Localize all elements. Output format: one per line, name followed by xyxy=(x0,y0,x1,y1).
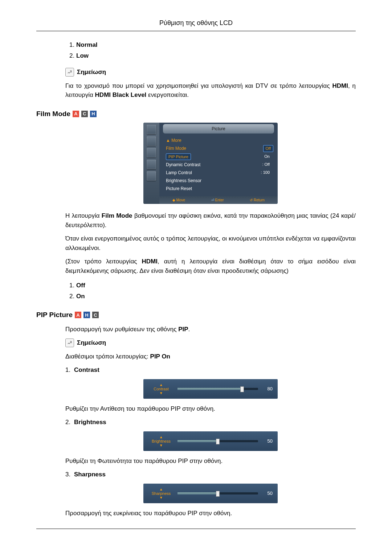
slider-contrast[interactable]: ▲Contrast▼80 xyxy=(143,379,278,399)
slider-track[interactable] xyxy=(177,440,258,442)
osd-side-icon xyxy=(147,160,156,169)
hdmi-note-text: Για το χρονισμό που μπορεί να χρησιμοποι… xyxy=(65,81,356,100)
badge-h-icon: H xyxy=(83,312,90,318)
osd-title: Picture xyxy=(163,124,274,134)
pip-item-name: Sharpness xyxy=(74,471,106,478)
note-icon xyxy=(65,338,74,347)
pip-picture-heading: PIP Picture A H C xyxy=(36,310,356,320)
osd-item-lamp-control[interactable]: Lamp Control : 100 xyxy=(166,169,273,177)
osd-item-film-mode[interactable]: Film Mode Off xyxy=(166,144,273,153)
page-bottom-rule xyxy=(36,529,356,529)
film-mode-desc-3: (Στον τρόπο λειτουργίας HDMI, αυτή η λει… xyxy=(65,257,356,275)
arrow-down-icon: ▼ xyxy=(159,443,163,447)
film-mode-on: On xyxy=(76,293,85,300)
hdmi-level-list: Normal Low xyxy=(65,40,356,60)
pip-modes: Διαθέσιμοι τρόποι λειτουργίας: PIP On xyxy=(65,352,356,361)
slider-thumb[interactable] xyxy=(240,386,244,392)
note-label: Σημείωση xyxy=(77,338,106,348)
osd-side-icon xyxy=(147,171,156,181)
slider-label: Contrast xyxy=(154,387,169,391)
pip-intro: Προσαρμογή των ρυθμίσεων της οθόνης PIP. xyxy=(65,325,356,334)
badge-c-icon: C xyxy=(81,111,88,117)
osd-item-pip-picture[interactable]: PIP Picture On xyxy=(166,153,273,161)
slider-thumb[interactable] xyxy=(216,439,220,444)
osd-side-icons xyxy=(143,123,159,204)
slider-label: Sharpness xyxy=(152,491,171,496)
slider-label: Brightness xyxy=(152,439,171,443)
osd-footer: ◆ Move ⏎ Enter ↺ Return xyxy=(159,196,278,204)
page-top-rule xyxy=(36,31,356,31)
film-mode-list: Off On xyxy=(65,281,356,301)
slider-sharpness[interactable]: ▲Sharpness▼50 xyxy=(143,484,278,503)
slider-value: 50 xyxy=(262,438,273,445)
pip-item-name: Contrast xyxy=(74,366,99,373)
badge-h-icon: H xyxy=(90,111,97,117)
arrow-up-icon: ▲ xyxy=(159,487,163,491)
note-label: Σημείωση xyxy=(77,67,106,77)
slider-brightness[interactable]: ▲Brightness▼50 xyxy=(143,431,278,451)
osd-side-icon xyxy=(147,125,156,134)
film-mode-off: Off xyxy=(76,282,85,289)
hdmi-level-normal: Normal xyxy=(76,41,98,48)
osd-picture-menu: Picture ▲ More Film Mode Off PIP Picture… xyxy=(143,123,278,204)
note: Σημείωση xyxy=(65,338,356,348)
arrow-down-icon: ▼ xyxy=(159,496,163,500)
note-icon xyxy=(65,68,74,77)
pip-item-desc: Ρυθμίζει την Αντίθεση του παράθυρου PIP … xyxy=(65,404,356,414)
pip-item-desc: Προσαρμογή της ευκρίνειας του παράθυρου … xyxy=(65,509,356,518)
film-mode-heading: Film Mode A C H xyxy=(36,109,356,119)
slider-thumb[interactable] xyxy=(216,491,220,497)
film-mode-desc-2: Όταν είναι ενεργοποιημένος αυτός ο τρόπο… xyxy=(65,234,356,253)
badge-c-icon: C xyxy=(92,312,99,318)
badge-a-icon: A xyxy=(75,312,81,318)
pip-item-name: Brightness xyxy=(74,419,106,426)
osd-side-icon xyxy=(147,136,156,146)
osd-side-icon xyxy=(147,148,156,157)
hdmi-level-low: Low xyxy=(76,52,89,59)
badge-a-icon: A xyxy=(73,111,79,117)
slider-track[interactable] xyxy=(177,492,258,495)
page-title: Ρύθμιση της οθόνης LCD xyxy=(36,18,356,28)
film-mode-desc-1: Η λειτουργία Film Mode βαθμονομεί την αφ… xyxy=(65,211,356,230)
content: Normal Low Σημείωση Για το χρονισμό που … xyxy=(65,40,356,100)
pip-item-desc: Ρυθμίζει τη Φωτεινότητα του παράθυρου PI… xyxy=(65,456,356,466)
slider-track[interactable] xyxy=(177,388,258,390)
arrow-up-icon: ▲ xyxy=(159,383,163,387)
osd-item-dynamic-contrast[interactable]: Dynamic Contrast : Off xyxy=(166,161,273,169)
slider-value: 80 xyxy=(262,385,273,393)
arrow-up-icon: ▲ xyxy=(159,435,163,439)
note: Σημείωση xyxy=(65,67,356,77)
osd-item-brightness-sensor[interactable]: Brightness Sensor xyxy=(166,177,273,185)
slider-value: 50 xyxy=(262,490,273,497)
osd-item-picture-reset[interactable]: Picture Reset xyxy=(166,185,273,193)
arrow-down-icon: ▼ xyxy=(159,391,163,395)
